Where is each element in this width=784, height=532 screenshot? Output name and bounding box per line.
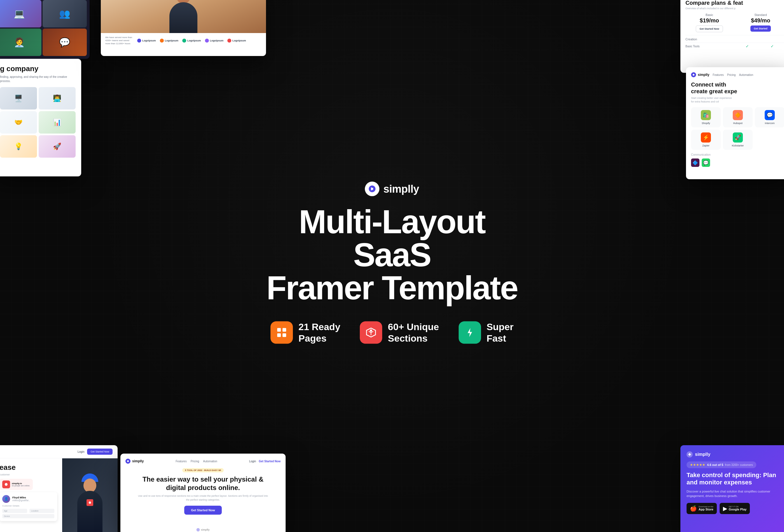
feature-sections: 60+ Unique Sections: [360, 321, 439, 344]
connect-title: Connect withcreate great expe: [691, 81, 784, 95]
saas-cta-nav[interactable]: Get Started Now: [259, 460, 281, 463]
feature-pages-label: Pages: [299, 332, 340, 344]
saas-badge: 5 TOOL OF 2022 · BUILD EASY WI: [182, 468, 224, 472]
get-started-btn-small[interactable]: Get Started Now: [87, 449, 113, 455]
saas-features-link[interactable]: Features: [175, 460, 187, 463]
ease-title: ease: [0, 464, 57, 472]
photo-4: 💬: [43, 29, 87, 56]
photo-collage-panel: 💻 👥 🧑‍💼 💬: [0, 0, 90, 59]
standard-label: Standard: [737, 13, 784, 17]
team-photo-6: 🚀: [39, 135, 76, 158]
saas-title: The easier way to sell your physical & d…: [137, 475, 269, 492]
spending-title: Take control of spending: Plan and monit…: [687, 472, 783, 486]
team-photo-5: 💡: [0, 135, 37, 158]
pages-icon: [271, 321, 293, 343]
svg-point-1: [89, 502, 91, 504]
brand-logo-area: simplly: [266, 182, 518, 196]
zapier-integration: ⚡ Zapier: [691, 130, 721, 150]
br-brand-name: simplly: [695, 452, 710, 457]
brand-logo-icon: [365, 182, 380, 196]
standard-price: $49/mo: [737, 17, 784, 24]
connect-desc: Start creating better user experiencefor…: [691, 96, 784, 103]
saas-desc: Use and re-use tons of responsive sectio…: [137, 494, 269, 502]
basic-cta[interactable]: Get Started Now: [696, 26, 723, 32]
intercom-integration: 💬 Intercom: [755, 107, 784, 128]
hero-main-title: Multi-Layout SaaS Framer Template: [266, 205, 518, 304]
feature-fast-label: Fast: [487, 332, 513, 344]
kickstarter-integration: 🚀 Kickstarter: [723, 130, 753, 150]
saas-automation-link[interactable]: Automation: [203, 460, 217, 463]
login-link[interactable]: Login: [78, 450, 84, 453]
nav-pricing[interactable]: Pricing: [727, 73, 736, 77]
panel-brand: simplly: [691, 72, 709, 77]
hero-image-area: Get Started Now: [101, 0, 266, 33]
saas-panel: simplly Features Pricing Automation Logi…: [120, 454, 286, 532]
person-panel: Login Get Started Now ease customer simp…: [0, 445, 118, 532]
feature-sections-label: Sections: [388, 332, 439, 344]
slack-icon: 🔷: [691, 159, 699, 167]
feature-pages: 21 Ready Pages: [271, 321, 340, 344]
pricing-panel: No credit card required Compare plans & …: [680, 0, 784, 73]
spending-desc: Discover a powerful live chat solution t…: [687, 489, 783, 498]
logos-strip: We have served more than 4200+ teams and…: [101, 33, 266, 48]
basic-price: $19/mo: [685, 17, 733, 24]
feature-sections-value: 60+ Unique: [388, 321, 439, 333]
photo-3: 🧑‍💼: [0, 29, 41, 56]
pricing-title: Compare plans & feat: [685, 0, 784, 6]
sections-icon: [360, 321, 382, 343]
logo-2: Logoipsum: [160, 39, 179, 43]
basic-label: Basic: [685, 13, 733, 17]
feature-pages-text: 21 Ready Pages: [299, 321, 340, 344]
logo-1: Logoipsum: [137, 39, 156, 43]
fast-icon: [459, 321, 481, 343]
feature-fast-text: Super Fast: [487, 321, 513, 344]
feature-fast-value: Super: [487, 321, 513, 333]
team-photo-1: 🖥️: [0, 87, 37, 110]
creation-label: Creation: [685, 37, 784, 41]
svg-point-0: [5, 483, 7, 486]
logo-4: Logoipsum: [205, 39, 224, 43]
served-text: We have served more than 4200+ teams and…: [105, 36, 133, 45]
person-card: 👤 Floyd Miles miles@gratifar.. Customer …: [0, 492, 57, 521]
spending-panel: simplly ★★★★★ 4.6 out of 5 from 3200+ cu…: [680, 445, 784, 532]
basic-tools-label: Basic Tools: [685, 45, 735, 48]
online-badge: simplly.io 32 people are online.: [0, 479, 33, 490]
svg-point-7: [370, 329, 372, 332]
whatsapp-icon: 💬: [702, 159, 710, 167]
saas-cta-btn[interactable]: Get Started Now: [184, 506, 222, 515]
team-photo-4: 📊: [39, 111, 76, 134]
hero-person: [164, 0, 203, 33]
google-play-btn[interactable]: ▶ GET IT ON Google Play: [720, 503, 750, 514]
nav-features[interactable]: Features: [712, 73, 724, 77]
shopify-integration: 🛍️ Shopify: [691, 107, 721, 128]
integrations-panel: simplly Features Pricing Automation Conn…: [686, 67, 784, 179]
svg-rect-3: [277, 328, 281, 332]
nav-automation[interactable]: Automation: [739, 73, 753, 77]
feature-pages-value: 21 Ready: [299, 321, 340, 333]
team-photo-3: 🤝: [0, 111, 37, 134]
rating-badge: ★★★★★ 4.6 out of 5 from 3200+ customers: [687, 461, 756, 468]
hero-panel: Get Started Now We have served more than…: [101, 0, 266, 56]
center-content: simplly Multi-Layout SaaS Framer Templat…: [266, 182, 518, 344]
saas-logo: simplly: [125, 459, 144, 464]
standard-cta[interactable]: Get Started: [750, 26, 771, 32]
pricing-desc: Overview of what's included in our diffe…: [685, 7, 784, 10]
brand-name: simplly: [383, 183, 419, 195]
svg-rect-4: [282, 328, 286, 332]
saas-login[interactable]: Login: [249, 460, 256, 463]
logo-3: Logoipsum: [182, 39, 201, 43]
svg-rect-5: [277, 333, 281, 337]
features-row: 21 Ready Pages 60+ Unique Sections: [266, 321, 518, 344]
app-store-btn[interactable]: 🍎 Download on the App Store: [687, 503, 717, 514]
team-photo-2: 👨‍💻: [39, 87, 76, 110]
person-silhouette: [72, 471, 108, 532]
feature-fast: Super Fast: [459, 321, 513, 344]
saas-pricing-link[interactable]: Pricing: [191, 460, 199, 463]
company-panel: g company finding, approving, and sharin…: [0, 59, 81, 176]
svg-rect-6: [282, 333, 286, 337]
logo-5: Logoipsum: [227, 39, 246, 43]
hubspot-integration: 🔶 Hubspot: [723, 107, 753, 128]
br-logo: simplly: [687, 451, 783, 457]
company-desc: finding, approving, and sharing the way …: [0, 75, 76, 83]
feature-sections-text: 60+ Unique Sections: [388, 321, 439, 344]
